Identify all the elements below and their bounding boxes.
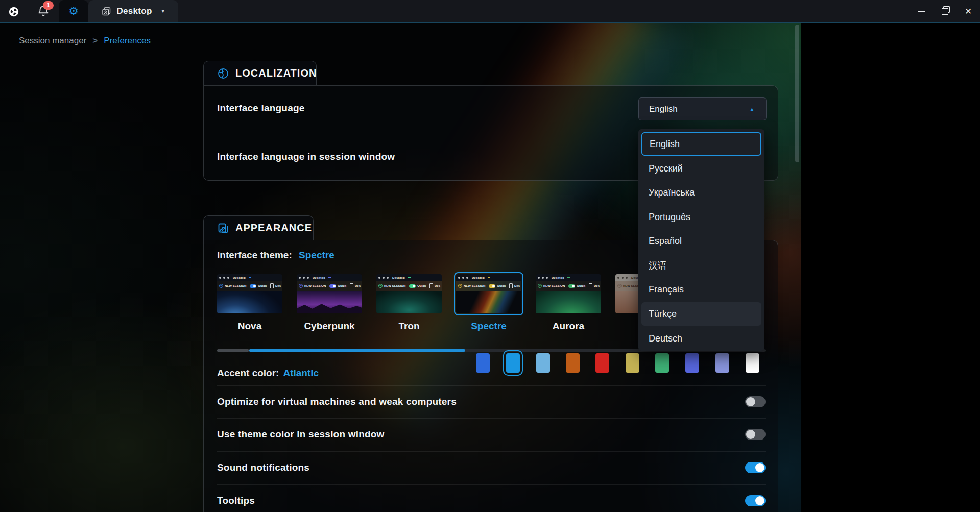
theme-name: Nova (217, 321, 282, 332)
interface-theme-value: Spectre (299, 250, 334, 260)
menu-item-chinese[interactable]: 汉语 (641, 254, 761, 277)
toggle-row-optimize: Optimize for virtual machines and weak c… (204, 385, 779, 418)
toggle-row-sound: Sound notifications (204, 451, 779, 484)
theme-card-aurora[interactable]: Desktop NEW SESSIONQuickDes Aurora (536, 274, 601, 332)
interface-language-label: Interface language (217, 103, 304, 114)
chevron-down-icon: ▼ (161, 9, 165, 14)
menu-item-english[interactable]: English (641, 132, 761, 156)
theme-thumbnail: Desktop NEW SESSIONQuickDes (217, 274, 282, 313)
theme-thumbnail: Desktop NEW SESSIONQuickDes (376, 274, 442, 313)
language-dropdown-menu: English Русский Українська Português Esp… (638, 129, 764, 351)
appearance-title: APPEARANCE (235, 222, 312, 234)
toggle-knob (755, 496, 764, 505)
menu-item-portuguese[interactable]: Português (641, 205, 761, 229)
vertical-scrollbar-thumb[interactable] (795, 25, 799, 162)
interface-theme-row: Interface theme: Spectre (217, 250, 334, 261)
accent-swatch-3[interactable] (566, 353, 580, 373)
localization-title: LOCALIZATION (235, 67, 317, 79)
appearance-section-tab: APPEARANCE (203, 215, 314, 240)
toggle-row-theme-color: Use theme color in session window (204, 418, 779, 451)
breadcrumb-session-manager[interactable]: Session manager (19, 36, 86, 46)
sound-notifications-toggle[interactable] (745, 462, 766, 473)
accent-swatch-2[interactable] (536, 353, 550, 373)
titlebar-divider (28, 6, 28, 17)
theme-card-tron[interactable]: Desktop NEW SESSIONQuickDes Tron (376, 274, 442, 332)
theme-card-nova[interactable]: Desktop NEW SESSIONQuickDes Nova (217, 274, 282, 332)
notification-badge: 1 (43, 1, 54, 10)
theme-name: Tron (376, 321, 442, 332)
theme-name: Spectre (456, 321, 521, 332)
accent-swatch-5[interactable] (626, 353, 639, 373)
minimize-button[interactable] (912, 0, 932, 22)
theme-name: Aurora (536, 321, 601, 332)
tab-desktop[interactable]: Desktop ▼ (88, 0, 178, 22)
globe-icon (217, 67, 229, 80)
interface-language-select[interactable]: English ▲ (638, 97, 767, 120)
breadcrumb-preferences[interactable]: Preferences (104, 36, 151, 46)
menu-item-ukrainian[interactable]: Українська (641, 181, 761, 204)
appearance-icon (217, 222, 229, 234)
theme-card-cyberpunk[interactable]: Desktop NEW SESSIONQuickDes Cyberpunk (297, 274, 362, 332)
accent-swatch-8[interactable] (715, 353, 729, 373)
tooltips-toggle[interactable] (745, 495, 766, 506)
theme-thumbnail: Desktop NEW SESSIONQuickDes (297, 274, 362, 313)
theme-color-toggle[interactable] (745, 429, 766, 440)
theme-scrollbar-lead (217, 349, 249, 352)
theme-card-spectre[interactable]: Desktop NEW SESSIONQuickDes Spectre (456, 274, 521, 332)
close-icon: ✕ (965, 6, 972, 17)
accent-swatch-0[interactable] (476, 353, 490, 373)
interface-language-session-label: Interface language in session window (217, 151, 395, 162)
menu-item-french[interactable]: Français (641, 278, 761, 301)
menu-item-turkish[interactable]: Türkçe (641, 302, 761, 326)
menu-item-german[interactable]: Deutsch (641, 327, 761, 350)
theme-scrollbar-thumb[interactable] (249, 349, 465, 352)
toggle-row-tooltips: Tooltips (204, 484, 779, 512)
toggle-knob (746, 430, 755, 439)
close-button[interactable]: ✕ (958, 0, 978, 22)
toggle-knob (755, 463, 764, 472)
chevron-up-icon: ▲ (749, 106, 755, 112)
accent-swatch-7[interactable] (685, 353, 699, 373)
theme-name: Cyberpunk (297, 321, 362, 332)
accent-swatch-1-selected[interactable] (506, 353, 520, 373)
app-window: 1 ⚙ Desktop ▼ ✕ Session manager > Prefer… (0, 0, 980, 512)
restore-icon (942, 8, 948, 15)
menu-item-russian[interactable]: Русский (641, 157, 761, 180)
gear-icon: ⚙ (68, 6, 79, 17)
desktop-screens-icon (101, 6, 112, 17)
accent-color-label: Accent color: (217, 368, 279, 379)
breadcrumb-separator-icon: > (92, 36, 98, 46)
toggle-knob (746, 397, 755, 406)
accent-color-row: Accent color: Atlantic (217, 357, 319, 389)
accent-swatch-6[interactable] (655, 353, 669, 373)
breadcrumb: Session manager > Preferences (19, 36, 151, 46)
optimize-label: Optimize for virtual machines and weak c… (217, 396, 457, 407)
theme-color-label: Use theme color in session window (217, 429, 385, 440)
minimize-icon (918, 11, 925, 12)
restore-button[interactable] (935, 0, 955, 22)
accent-swatch-9[interactable] (746, 353, 759, 373)
tooltips-label: Tooltips (217, 495, 255, 506)
interface-theme-label: Interface theme: (217, 250, 292, 260)
accent-swatch-4[interactable] (595, 353, 609, 373)
accent-color-value: Atlantic (283, 368, 319, 379)
theme-thumbnail: Desktop NEW SESSIONQuickDes (536, 274, 601, 313)
tab-settings[interactable]: ⚙ (59, 0, 88, 22)
optimize-toggle[interactable] (745, 396, 766, 407)
sound-notifications-label: Sound notifications (217, 462, 309, 473)
title-bar: 1 ⚙ Desktop ▼ ✕ (0, 0, 980, 23)
app-logo-icon[interactable] (8, 6, 19, 17)
theme-thumbnail: Desktop NEW SESSIONQuickDes (456, 274, 521, 313)
localization-section-tab: LOCALIZATION (203, 61, 317, 85)
select-value: English (649, 104, 678, 114)
desktop-tab-label: Desktop (116, 6, 152, 16)
menu-item-spanish[interactable]: Español (641, 229, 761, 253)
